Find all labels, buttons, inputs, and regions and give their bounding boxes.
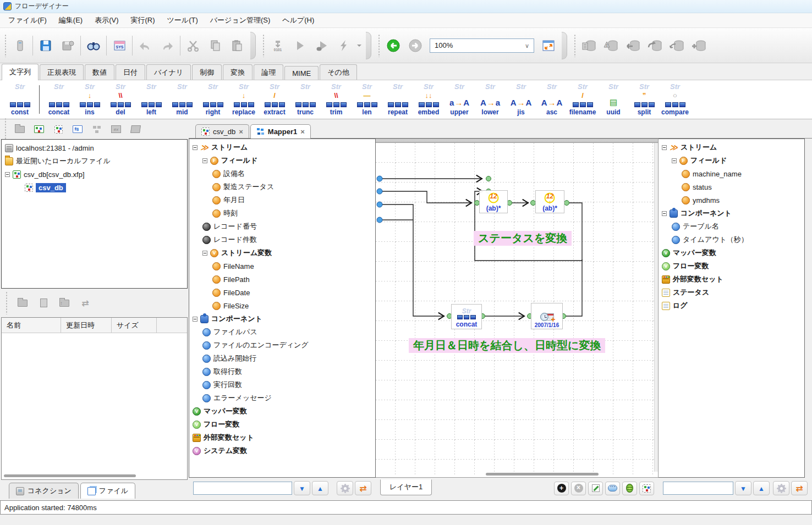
tree-item[interactable]: machine_name xyxy=(659,167,804,180)
add-layer-button[interactable] xyxy=(554,482,569,495)
left-bottom-tab[interactable]: コネクション xyxy=(9,483,79,499)
file-table-column-header[interactable]: サイズ xyxy=(112,318,157,333)
search-prev-button[interactable] xyxy=(312,481,328,495)
palette-category-tab[interactable]: MIME xyxy=(284,66,319,80)
open-script-button[interactable] xyxy=(639,482,654,495)
toolbar-drag-handle[interactable] xyxy=(262,34,265,57)
palette-category-tab[interactable]: 変換 xyxy=(223,64,253,80)
tree-toggle-icon[interactable] xyxy=(193,145,197,150)
palette-function[interactable]: / filename xyxy=(567,82,598,117)
tree-item[interactable]: 外部変数セット xyxy=(189,431,375,444)
file-table-column-header[interactable]: 更新日時 xyxy=(61,318,112,333)
tree-item[interactable]: フィールド xyxy=(659,154,804,167)
palette-function[interactable]: A→A jis xyxy=(506,82,536,117)
tree-item[interactable]: マッパー変数 xyxy=(659,246,804,259)
tree-item[interactable]: ストリーム変数 xyxy=(189,246,375,259)
new-script-button[interactable] xyxy=(50,121,67,137)
palette-function[interactable]: left xyxy=(136,82,167,117)
tree-item[interactable]: フロー変数 xyxy=(659,259,804,273)
undo-button[interactable] xyxy=(134,34,156,57)
number-format-node[interactable]: 12 ↑ (ab)* xyxy=(535,190,564,213)
search-prev-button[interactable] xyxy=(753,481,770,495)
open-folder-button[interactable] xyxy=(14,295,31,311)
palette-function[interactable]: / extract xyxy=(259,82,290,117)
palette-function[interactable]: ” split xyxy=(629,82,660,117)
palette-category-tab[interactable]: 日付 xyxy=(116,64,145,80)
palette-function[interactable]: right xyxy=(197,82,228,117)
flow-view-button[interactable] xyxy=(89,121,105,137)
run-button[interactable] xyxy=(289,34,311,57)
palette-function[interactable]: concat xyxy=(43,82,74,117)
db-export-button[interactable] xyxy=(644,34,666,57)
tree-item[interactable]: 取得行数 xyxy=(189,365,375,378)
tree-item[interactable]: レコード番号 xyxy=(189,220,375,233)
new-project-button[interactable] xyxy=(9,34,31,57)
to-date-node[interactable]: + 2007/1/16 xyxy=(531,303,563,329)
tree-item[interactable]: 時刻 xyxy=(189,207,375,220)
close-tab-icon[interactable] xyxy=(239,128,243,136)
palette-function[interactable]: const xyxy=(4,82,35,117)
refresh-button[interactable] xyxy=(77,295,94,311)
menu-item[interactable]: 編集(E) xyxy=(53,13,89,27)
redo-button[interactable] xyxy=(156,34,178,57)
tree-toggle-icon[interactable] xyxy=(5,172,10,177)
tree-item[interactable]: 実行回数 xyxy=(189,378,375,391)
tree-item[interactable]: フロー変数 xyxy=(189,418,375,431)
palette-function[interactable]: ↓↓ embed xyxy=(413,82,444,117)
new-file-button[interactable] xyxy=(35,295,52,311)
palette-category-tab[interactable]: 制御 xyxy=(192,64,222,80)
toolbar-drag-handle[interactable] xyxy=(4,118,7,141)
sync-button[interactable] xyxy=(355,481,371,495)
palette-category-tab[interactable]: 文字列 xyxy=(2,64,39,80)
search-button[interactable] xyxy=(83,34,105,57)
tree-item[interactable]: 製造ステータス xyxy=(189,180,375,194)
toolbar-drag-handle[interactable] xyxy=(574,34,576,57)
palette-function[interactable]: ↓ ins xyxy=(74,82,105,117)
force-stop-button[interactable] xyxy=(333,34,355,57)
tree-item[interactable]: テーブル名 xyxy=(659,220,804,233)
tree-item[interactable]: ファイルパス xyxy=(189,325,375,339)
palette-function[interactable]: — len xyxy=(352,82,382,117)
tree-toggle-icon[interactable] xyxy=(202,251,207,256)
horizontal-scrollbar-thumb[interactable] xyxy=(486,473,599,476)
palette-function[interactable]: mid xyxy=(167,82,197,117)
palette-function[interactable]: trunc xyxy=(290,82,321,117)
tree-item[interactable]: コンポーネント xyxy=(659,207,804,220)
menu-item[interactable]: 実行(R) xyxy=(125,13,161,27)
test-run-button[interactable]: 0101 xyxy=(267,34,289,57)
palette-function[interactable]: \\ trim xyxy=(321,82,352,117)
project-book-button[interactable] xyxy=(31,121,47,137)
sys-repository-button[interactable]: SYS xyxy=(108,34,130,57)
tree-item[interactable]: コンポーネント xyxy=(189,312,375,325)
db-warning-button[interactable]: ! xyxy=(600,34,622,57)
db-import-button[interactable] xyxy=(622,34,644,57)
palette-function[interactable]: repeat xyxy=(382,82,413,117)
canvas-annotation[interactable]: ステータスを変換 xyxy=(474,231,572,246)
menu-item[interactable]: ツール(T) xyxy=(161,13,204,27)
scrollbar-thumb[interactable] xyxy=(4,474,136,477)
palette-category-tab[interactable]: 正規表現 xyxy=(40,64,84,80)
tree-item[interactable]: 最近開いたローカルファイル xyxy=(2,154,187,168)
file-table-column-header[interactable]: 名前 xyxy=(2,318,61,333)
tree-item[interactable]: レコード件数 xyxy=(189,233,375,246)
tree-item[interactable]: マッパー変数 xyxy=(189,405,375,418)
document-tab[interactable]: csv_db xyxy=(195,124,249,138)
settings-button[interactable] xyxy=(773,481,789,495)
palette-function[interactable]: a→A upper xyxy=(444,82,475,117)
tree-toggle-icon[interactable] xyxy=(202,158,207,163)
save-as-button[interactable] xyxy=(57,34,79,57)
tree-toggle-icon[interactable] xyxy=(662,145,667,150)
tree-item[interactable]: エラーメッセージ xyxy=(189,391,375,405)
menu-item[interactable]: 表示(V) xyxy=(89,13,124,27)
horizontal-scrollbar[interactable] xyxy=(4,474,185,478)
palette-function[interactable]: ↓ replace xyxy=(228,82,259,117)
menu-item[interactable]: バージョン管理(S) xyxy=(204,13,277,27)
upload-folder-button[interactable] xyxy=(56,295,73,311)
source-tree-search-input[interactable] xyxy=(193,482,292,495)
layer-tab[interactable]: レイヤー1 xyxy=(380,479,432,495)
tree-item[interactable]: 年月日 xyxy=(189,194,375,207)
search-next-button[interactable] xyxy=(735,481,751,495)
canvas-top-scrollbar[interactable] xyxy=(376,139,658,143)
remove-layer-button[interactable] xyxy=(571,482,586,495)
save-button[interactable] xyxy=(35,34,57,57)
